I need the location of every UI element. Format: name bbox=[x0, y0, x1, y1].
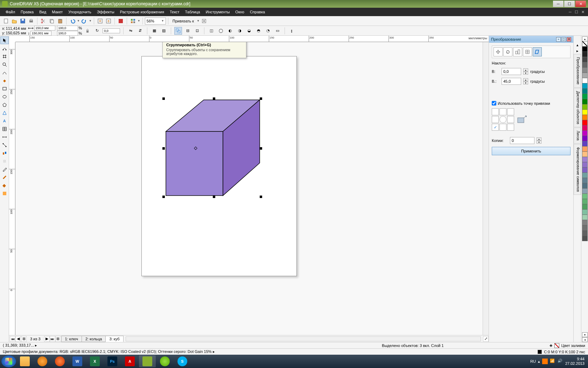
to-front-button[interactable]: ▦ bbox=[150, 27, 158, 35]
color-swatch[interactable] bbox=[582, 162, 588, 168]
scale-x-input[interactable]: 100,0 bbox=[57, 26, 78, 30]
tray-volume-icon[interactable]: 🔊 bbox=[558, 359, 563, 364]
color-swatch[interactable] bbox=[582, 67, 588, 73]
tray-show-hidden-icon[interactable]: ▴ bbox=[538, 359, 540, 364]
zoom-combo[interactable]: 56%▼ bbox=[145, 18, 166, 25]
vertical-scrollbar[interactable] bbox=[483, 42, 489, 335]
palette-flyout-button[interactable]: ◂ bbox=[582, 337, 588, 342]
blend-tool[interactable] bbox=[0, 149, 9, 157]
apply-button[interactable]: Применить bbox=[492, 147, 570, 155]
undo-button[interactable] bbox=[69, 17, 76, 25]
fill-tool[interactable] bbox=[0, 182, 9, 189]
menu-effects[interactable]: Эффекты bbox=[94, 9, 117, 15]
start-button[interactable] bbox=[1, 355, 16, 367]
docker-undock-button[interactable]: ◫ bbox=[561, 37, 566, 42]
spin-up[interactable]: ▲ bbox=[537, 137, 541, 141]
skew-v-input[interactable] bbox=[502, 78, 521, 85]
fill-indicator[interactable] bbox=[554, 343, 559, 348]
connector-tool[interactable] bbox=[0, 141, 9, 149]
scale-tab[interactable] bbox=[513, 47, 522, 56]
menu-table[interactable]: Таблица bbox=[182, 9, 203, 15]
combine-button[interactable]: ◫ bbox=[208, 27, 215, 35]
text-tool[interactable]: A bbox=[0, 117, 9, 125]
color-swatch[interactable] bbox=[582, 209, 588, 215]
color-swatch[interactable] bbox=[582, 146, 588, 152]
taskbar-acrobat[interactable]: A bbox=[121, 355, 138, 367]
pick-tool[interactable] bbox=[0, 36, 9, 44]
rectangle-tool[interactable] bbox=[0, 85, 9, 93]
ungroup-all-button[interactable]: ⊡ bbox=[193, 27, 201, 35]
selection-handle[interactable] bbox=[260, 147, 262, 150]
menu-help[interactable]: Справка bbox=[247, 9, 268, 15]
tray-network-icon[interactable]: 📶 bbox=[550, 359, 555, 364]
menu-arrange[interactable]: Упорядочить bbox=[65, 9, 94, 15]
color-swatch[interactable] bbox=[582, 157, 588, 162]
publish-pdf-button[interactable] bbox=[117, 17, 125, 25]
interactive-fill-tool[interactable] bbox=[0, 190, 9, 197]
color-swatch[interactable] bbox=[582, 151, 588, 157]
taskbar-photoshop[interactable]: Ps bbox=[104, 355, 121, 367]
basic-shapes-tool[interactable] bbox=[0, 109, 9, 117]
color-swatch[interactable] bbox=[582, 94, 588, 99]
paste-button[interactable] bbox=[56, 17, 64, 25]
add-page-before-button[interactable]: ⊞ bbox=[21, 336, 27, 342]
snap-indicator-icon[interactable]: ◈ bbox=[550, 343, 552, 348]
width-input[interactable]: 150,0 мм bbox=[34, 26, 55, 30]
docker-tab-lens[interactable]: Линза bbox=[574, 128, 581, 144]
redo-dropdown[interactable]: ▼ bbox=[89, 19, 92, 22]
color-swatch[interactable] bbox=[582, 88, 588, 94]
anchor-ml[interactable] bbox=[492, 116, 499, 123]
color-swatch[interactable] bbox=[582, 115, 588, 120]
skew-tab[interactable] bbox=[533, 47, 542, 56]
spin-up[interactable]: ▲ bbox=[523, 78, 528, 81]
menu-view[interactable]: Вид bbox=[36, 9, 49, 15]
color-swatch[interactable] bbox=[582, 193, 588, 199]
color-swatch[interactable] bbox=[582, 188, 588, 194]
taskbar-firefox[interactable] bbox=[51, 355, 68, 367]
back-minus-front-button[interactable]: ◔ bbox=[264, 27, 272, 35]
to-back-button[interactable]: ▨ bbox=[160, 27, 168, 35]
anchor-bl[interactable] bbox=[492, 124, 499, 131]
menu-bitmaps[interactable]: Растровые изображения bbox=[117, 9, 167, 15]
cut-button[interactable] bbox=[40, 17, 47, 25]
selection-handle[interactable] bbox=[260, 97, 262, 100]
anchor-center[interactable] bbox=[499, 116, 506, 123]
menu-text[interactable]: Текст bbox=[167, 9, 182, 15]
spin-down[interactable]: ▼ bbox=[523, 71, 528, 75]
docker-tab-object-manager[interactable]: Диспетчер объектов bbox=[574, 88, 581, 127]
options-button[interactable] bbox=[200, 17, 208, 25]
rotate-tab[interactable] bbox=[503, 47, 512, 56]
menu-layout[interactable]: Макет bbox=[49, 9, 65, 15]
spin-down[interactable]: ▼ bbox=[523, 81, 528, 84]
polygon-tool[interactable] bbox=[0, 101, 9, 109]
anchor-tr[interactable] bbox=[507, 108, 514, 115]
import-button[interactable] bbox=[96, 17, 104, 25]
taskbar-coreldraw[interactable] bbox=[139, 355, 156, 367]
close-button[interactable]: ✕ bbox=[575, 1, 586, 7]
selection-handle[interactable] bbox=[162, 147, 165, 150]
shape-tool[interactable] bbox=[0, 45, 9, 52]
anchor-br[interactable] bbox=[507, 124, 514, 131]
first-page-button[interactable]: ⏮ bbox=[10, 336, 15, 342]
doc-minimize-button[interactable]: ─ bbox=[568, 9, 573, 14]
color-swatch[interactable] bbox=[582, 136, 588, 141]
no-color-swatch[interactable] bbox=[582, 41, 588, 47]
simplify-button[interactable]: ◒ bbox=[245, 27, 253, 35]
taskbar-explorer[interactable] bbox=[16, 355, 33, 367]
export-button[interactable] bbox=[105, 17, 112, 25]
color-swatch[interactable] bbox=[582, 46, 588, 52]
docker-tab-expand[interactable]: ▸ bbox=[574, 48, 581, 54]
taskbar-media-player[interactable] bbox=[34, 355, 51, 367]
palette-up-button[interactable]: ▴ bbox=[582, 36, 588, 41]
scale-y-input[interactable]: 100,0 bbox=[57, 31, 78, 36]
print-button[interactable] bbox=[27, 17, 35, 25]
mirror-h-button[interactable]: ⇋ bbox=[127, 27, 134, 35]
color-swatch[interactable] bbox=[582, 225, 588, 231]
height-input[interactable]: 150,001 мм bbox=[30, 31, 51, 36]
tray-app-icon[interactable] bbox=[542, 359, 548, 364]
use-anchor-checkbox[interactable] bbox=[492, 101, 496, 105]
last-page-button[interactable]: ⏭ bbox=[50, 336, 55, 342]
prev-page-button[interactable]: ◀ bbox=[15, 336, 21, 342]
selection-handle[interactable] bbox=[213, 196, 215, 198]
next-page-button[interactable]: ▶ bbox=[44, 336, 50, 342]
